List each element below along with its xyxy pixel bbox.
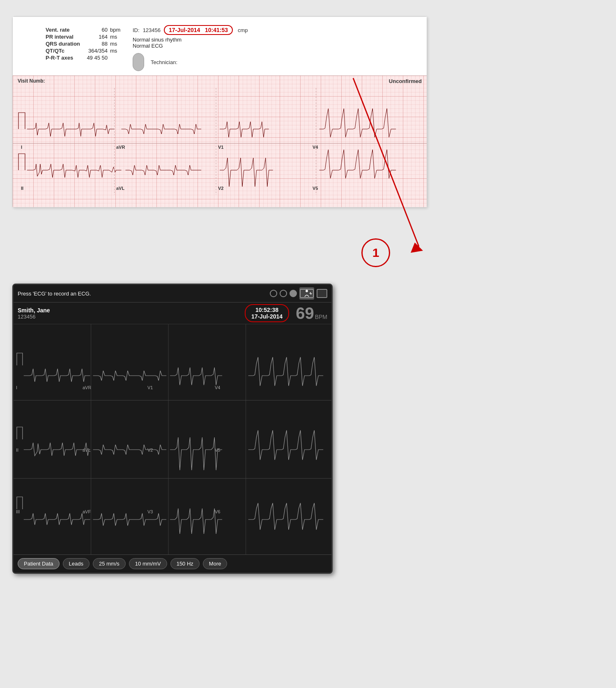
patient-name: Smith, Jane <box>18 307 238 314</box>
stat-pr-interval: PR interval 164 ms <box>46 34 120 40</box>
device-status-icons <box>270 287 327 300</box>
report-id-block: ID: 123456 17-Jul-2014 10:41:53 cmp Norm… <box>133 23 418 71</box>
svg-marker-5 <box>411 242 423 253</box>
diagnosis-1: Normal sinus rhythm <box>133 37 418 43</box>
toolbar-btn-speed[interactable]: 25 mm/s <box>93 558 126 569</box>
technician-label: Technician: <box>151 59 177 65</box>
status-circle-3 <box>290 290 297 297</box>
diagnosis-block: Normal sinus rhythm Normal ECG <box>133 37 418 49</box>
device-ecg-waveform <box>14 324 331 554</box>
bpm-label: BPM <box>315 314 327 320</box>
annotation-circle-1: 1 <box>361 238 390 267</box>
device-prompt: Press 'ECG' to record an ECG. <box>18 291 91 297</box>
toolbar-btn-patient-data[interactable]: Patient Data <box>18 558 60 569</box>
device-time: 10:52:38 <box>251 307 283 313</box>
diagnosis-2: Normal ECG <box>133 43 418 49</box>
device-header: Press 'ECG' to record an ECG. <box>14 285 331 302</box>
top-ecg-waveform <box>13 76 427 207</box>
report-datetime: 17-Jul-2014 10:41:53 <box>164 25 233 35</box>
toolbar-btn-more[interactable]: More <box>203 558 228 569</box>
device-info-row: Smith, Jane 123456 10:52:38 17-Jul-2014 … <box>14 302 331 324</box>
id-label: ID: <box>133 27 140 33</box>
id-value: 123456 <box>143 27 161 33</box>
device-ecg-area: I aVR V1 V4 II aVL V2 V5 III aVF V3 V6 <box>14 324 331 554</box>
technician-row: Technician: <box>133 53 418 71</box>
stat-qrs-duration: QRS duration 88 ms <box>46 41 120 47</box>
report-stats: Vent. rate 60 bpm PR interval 164 ms QRS… <box>46 27 120 61</box>
top-ecg-grid: Visit Numb: Unconfirmed I aVR V1 V4 II a… <box>13 76 427 207</box>
bpm-value: 69 <box>296 305 314 321</box>
status-circle-2 <box>280 290 287 297</box>
report-header: Vent. rate 60 bpm PR interval 164 ms QRS… <box>13 17 427 76</box>
patient-name-block: Smith, Jane 123456 <box>18 307 238 320</box>
toolbar-btn-amplitude[interactable]: 10 mm/mV <box>129 558 167 569</box>
stat-qtqtc: QT/QTc 364/354 ms <box>46 48 120 54</box>
circle-number: 1 <box>372 246 379 260</box>
status-circle-1 <box>270 290 277 297</box>
stat-prt-axes: P-R-T axes 49 45 50 <box>46 55 120 61</box>
bpm-display-block: 69 BPM <box>296 305 327 321</box>
pill-shape <box>133 53 144 71</box>
device-date: 17-Jul-2014 <box>251 313 283 320</box>
ecg-report-card: Vent. rate 60 bpm PR interval 164 ms QRS… <box>12 16 427 208</box>
patient-id: 123456 <box>18 314 238 320</box>
device-screen: Press 'ECG' to record an ECG. <box>12 284 333 574</box>
toolbar-btn-leads[interactable]: Leads <box>63 558 90 569</box>
svg-point-7 <box>306 290 308 292</box>
device-datetime-highlight: 10:52:38 17-Jul-2014 <box>245 304 289 322</box>
camera-icon <box>317 289 327 298</box>
toolbar-btn-filter[interactable]: 150 Hz <box>170 558 200 569</box>
device-toolbar: Patient Data Leads 25 mm/s 10 mm/mV 150 … <box>14 554 331 573</box>
report-suffix: cmp <box>238 27 248 33</box>
ecg-device-icon <box>299 287 314 300</box>
stat-vent-rate: Vent. rate 60 bpm <box>46 27 120 33</box>
